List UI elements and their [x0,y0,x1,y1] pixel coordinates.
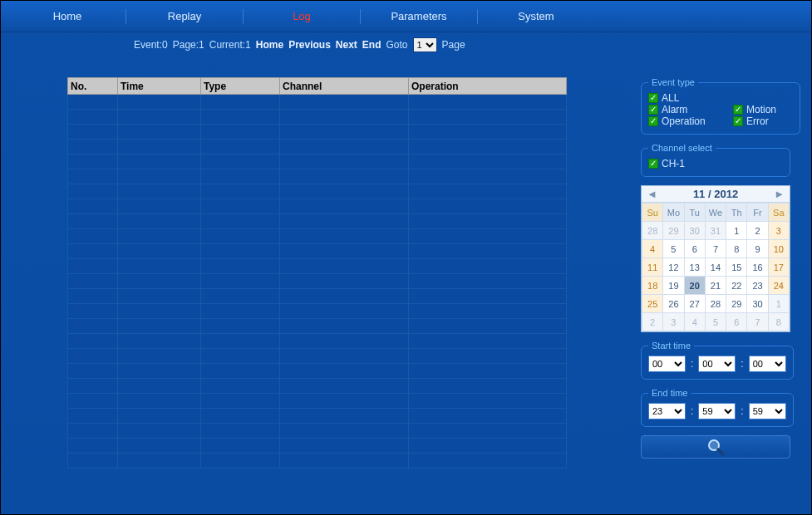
calendar-day[interactable]: 5 [705,313,726,331]
top-nav: HomeReplayLogParametersSystem [1,1,811,32]
table-cell [68,439,118,454]
nav-item-log[interactable]: Log [252,10,352,22]
calendar-day[interactable]: 13 [684,258,705,277]
calendar-day[interactable]: 16 [747,258,768,277]
table-row [68,259,567,274]
nav-item-home[interactable]: Home [17,10,117,22]
calendar-day[interactable]: 30 [684,222,705,240]
checkbox-label: CH-1 [662,158,685,169]
calendar-day[interactable]: 27 [684,295,705,313]
table-cell [409,140,567,154]
pager-goto-select[interactable]: 1 [413,37,437,52]
calendar-day[interactable]: 20 [684,277,705,295]
nav-item-system[interactable]: System [486,10,586,22]
calendar-day[interactable]: 17 [768,258,789,277]
calendar-day[interactable]: 11 [642,258,663,277]
table-cell [201,169,280,184]
calendar-day[interactable]: 8 [726,240,747,258]
calendar-day[interactable]: 14 [705,258,726,277]
calendar-day[interactable]: 2 [642,313,663,331]
table-cell [280,154,409,169]
pager-next-link[interactable]: Next [336,39,357,51]
calendar-prev-icon[interactable]: ◄ [647,188,657,200]
nav-separator [125,9,126,24]
start-hour-select[interactable]: 00 [648,356,686,372]
calendar-day[interactable]: 22 [726,277,747,295]
table-cell [280,319,409,334]
end-time-legend: End time [648,388,691,398]
calendar-day[interactable]: 10 [768,240,789,258]
eventtype-operation-checkbox[interactable]: ✓Operation [648,115,708,127]
calendar-day[interactable]: 25 [642,295,663,313]
calendar-dow: Mo [663,204,684,222]
table-cell [118,409,201,424]
calendar-day[interactable]: 7 [747,313,768,331]
calendar-day[interactable]: 4 [642,240,663,258]
calendar-day[interactable]: 29 [726,295,747,313]
calendar-day[interactable]: 29 [663,222,684,240]
calendar-day[interactable]: 1 [726,222,747,240]
eventtype-motion-checkbox[interactable]: ✓Motion [733,104,793,115]
table-cell [409,439,567,454]
calendar-day[interactable]: 3 [768,222,789,240]
table-cell [118,334,201,349]
checkbox-label: ALL [662,92,679,104]
table-cell [409,424,567,439]
nav-item-replay[interactable]: Replay [135,10,234,22]
calendar-day[interactable]: 7 [705,240,726,258]
end-sec-select[interactable]: 59 [749,403,786,419]
calendar-dow: Sa [768,204,789,222]
nav-item-parameters[interactable]: Parameters [369,10,469,22]
app-root: HomeReplayLogParametersSystem Event:0 Pa… [0,0,812,515]
calendar-day[interactable]: 26 [663,295,684,313]
calendar-day[interactable]: 2 [747,222,768,240]
pager-page-after: Page [442,39,465,51]
pager-end-link[interactable]: End [362,39,381,51]
calendar-day[interactable]: 4 [684,313,705,331]
calendar-day[interactable]: 28 [642,222,663,240]
end-hour-select[interactable]: 23 [648,403,686,419]
calendar-day[interactable]: 28 [705,295,726,313]
table-cell [68,154,118,169]
end-min-select[interactable]: 59 [698,403,736,419]
event-type-panel: Event type ✓ALL✓Alarm✓Motion✓Operation✓E… [641,77,800,135]
pager-home-link[interactable]: Home [256,39,283,51]
table-cell [409,334,567,349]
calendar-grid: SuMoTuWeThFrSa 2829303112345678910111213… [642,203,790,331]
table-cell [68,274,118,289]
table-cell [118,214,201,229]
calendar-day[interactable]: 21 [705,277,726,295]
calendar-day[interactable]: 9 [747,240,768,258]
table-cell [280,364,409,379]
table-cell [409,95,567,110]
eventtype-error-checkbox[interactable]: ✓Error [733,115,793,127]
calendar-day[interactable]: 1 [768,295,789,313]
search-button[interactable] [641,435,790,459]
table-cell [201,154,280,169]
table-row [68,140,567,154]
eventtype-alarm-checkbox[interactable]: ✓Alarm [648,104,708,115]
calendar-day[interactable]: 6 [726,313,747,331]
calendar-day[interactable]: 19 [663,277,684,295]
calendar-day[interactable]: 24 [768,277,789,295]
table-cell [201,259,280,274]
calendar-day[interactable]: 5 [663,240,684,258]
channel-ch-1-checkbox[interactable]: ✓CH-1 [648,158,708,169]
pager-previous-link[interactable]: Previous [288,39,331,51]
calendar-day[interactable]: 23 [747,277,768,295]
calendar-day[interactable]: 3 [663,313,684,331]
calendar-day[interactable]: 31 [705,222,726,240]
eventtype-all-checkbox[interactable]: ✓ALL [648,92,708,104]
calendar-day[interactable]: 6 [684,240,705,258]
table-cell [118,394,201,409]
calendar-next-icon[interactable]: ► [774,188,785,200]
calendar-day[interactable]: 8 [768,313,789,331]
calendar-day[interactable]: 15 [726,258,747,277]
start-min-select[interactable]: 00 [698,356,736,372]
calendar-day[interactable]: 18 [642,277,663,295]
calendar-day[interactable]: 12 [663,258,684,277]
start-sec-select[interactable]: 00 [749,356,786,372]
table-row [68,454,567,468]
table-cell [68,169,118,184]
calendar-day[interactable]: 30 [747,295,768,313]
